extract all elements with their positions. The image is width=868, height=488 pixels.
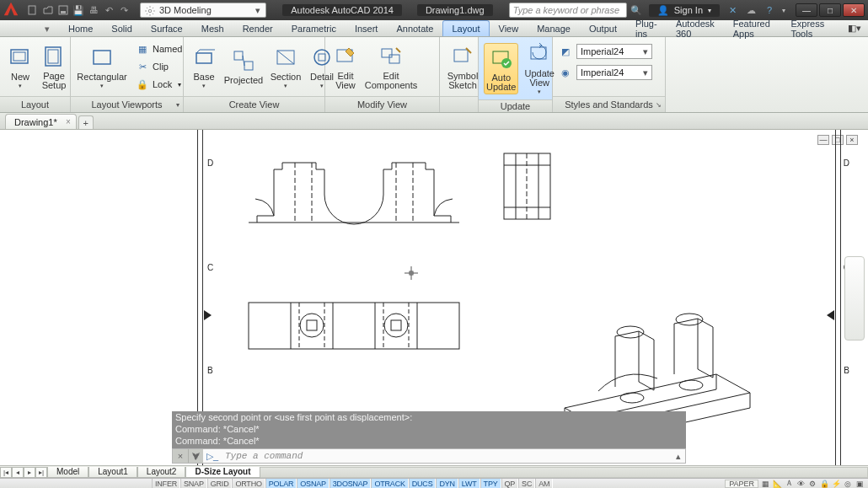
status-toggle-lwt[interactable]: LWT bbox=[458, 479, 480, 488]
status-toggle-grid[interactable]: GRID bbox=[207, 479, 233, 488]
layout-tab[interactable]: Model bbox=[47, 467, 88, 478]
qat-redo-icon[interactable]: ↷ bbox=[118, 4, 130, 16]
scale-list-icon[interactable]: 📐 bbox=[772, 480, 782, 488]
tab-annotate[interactable]: Annotate bbox=[387, 20, 442, 36]
chevron-down-icon[interactable]: ▾ bbox=[782, 7, 785, 14]
app-logo[interactable] bbox=[0, 0, 22, 20]
tab-home[interactable]: Home bbox=[59, 20, 102, 36]
command-history-up-icon[interactable]: ▴ bbox=[672, 451, 685, 462]
layout-nav-last[interactable]: ▸| bbox=[35, 467, 47, 478]
tab-plug-ins[interactable]: Plug-ins bbox=[626, 20, 667, 36]
close-button[interactable]: ✕ bbox=[843, 3, 865, 17]
minimize-button[interactable]: — bbox=[796, 3, 817, 17]
search-icon[interactable]: 🔍 bbox=[630, 4, 642, 16]
command-close-icon[interactable]: × bbox=[173, 449, 188, 463]
tab-parametric[interactable]: Parametric bbox=[282, 20, 346, 36]
qat-new-icon[interactable] bbox=[27, 4, 39, 16]
section-view-button[interactable]: Section ▾ bbox=[268, 42, 303, 92]
status-toggle-dyn[interactable]: DYN bbox=[436, 479, 458, 488]
cloud-icon[interactable]: ☁ bbox=[745, 4, 757, 16]
edit-view-icon bbox=[333, 44, 358, 69]
hardware-accel-icon[interactable]: ⚡ bbox=[831, 480, 841, 488]
tab-output[interactable]: Output bbox=[580, 20, 626, 36]
close-tab-icon[interactable]: × bbox=[66, 117, 71, 126]
status-toggle-snap[interactable]: SNAP bbox=[180, 479, 207, 488]
status-toggle-polar[interactable]: POLAR bbox=[265, 479, 297, 488]
section-style-select[interactable]: ◩ Imperial24▾ bbox=[558, 42, 652, 61]
status-toggle-qp[interactable]: QP bbox=[501, 479, 519, 488]
layout-tab[interactable]: D-Size Layout bbox=[185, 467, 260, 478]
new-layout-button[interactable]: New ▾ bbox=[5, 42, 35, 92]
layout-nav-next[interactable]: ▸ bbox=[24, 467, 35, 478]
maximize-button[interactable]: □ bbox=[819, 3, 841, 17]
layout-nav-prev[interactable]: ◂ bbox=[12, 467, 24, 478]
paper-model-toggle[interactable]: PAPER bbox=[725, 480, 758, 488]
new-document-tab-button[interactable]: + bbox=[78, 115, 94, 129]
layout-nav-first[interactable]: |◂ bbox=[0, 467, 12, 478]
status-toggle-tpy[interactable]: TPY bbox=[480, 479, 501, 488]
command-input[interactable]: Type a command bbox=[222, 451, 672, 461]
update-view-button[interactable]: Update View ▾ bbox=[522, 39, 556, 98]
symbol-sketch-button[interactable]: Symbol Sketch bbox=[445, 41, 480, 93]
tab-featured-apps[interactable]: Featured Apps bbox=[724, 20, 782, 36]
tab-surface[interactable]: Surface bbox=[142, 20, 192, 36]
qat-save-icon[interactable] bbox=[57, 4, 69, 16]
qat-saveas-icon[interactable]: 💾 bbox=[72, 4, 84, 16]
lock-viewport-button[interactable]: 🔒Lock▾ bbox=[131, 76, 186, 93]
detail-style-select[interactable]: ◉ Imperial24▾ bbox=[558, 63, 652, 82]
annotation-visibility-icon[interactable]: 👁 bbox=[796, 480, 806, 488]
qat-plot-icon[interactable]: 🖶 bbox=[88, 4, 99, 16]
status-toggle-ducs[interactable]: DUCS bbox=[409, 479, 437, 488]
grid-display-icon[interactable]: ▦ bbox=[760, 480, 770, 488]
layout-tab[interactable]: Layout2 bbox=[137, 467, 186, 478]
rectangular-viewport-button[interactable]: Rectangular ▾ bbox=[76, 42, 128, 92]
base-view-button[interactable]: Base ▾ bbox=[189, 42, 219, 92]
auto-update-button[interactable]: Auto Update bbox=[484, 43, 518, 94]
drawing-canvas[interactable]: — □ × D D C C B B bbox=[0, 130, 868, 465]
dialog-launcher-icon[interactable]: ↘ bbox=[656, 101, 662, 109]
tab-express-tools[interactable]: Express Tools bbox=[781, 20, 838, 36]
status-toggle-sc[interactable]: SC bbox=[518, 479, 535, 488]
edit-components-button[interactable]: Edit Components bbox=[364, 41, 418, 93]
svg-rect-8 bbox=[94, 51, 110, 64]
tab-manage[interactable]: Manage bbox=[528, 20, 580, 36]
tab-render[interactable]: Render bbox=[233, 20, 282, 36]
clean-screen-icon[interactable]: ▣ bbox=[855, 480, 865, 488]
signin-button[interactable]: 👤 Sign In ▾ bbox=[649, 4, 720, 17]
qat-open-icon[interactable] bbox=[42, 4, 54, 16]
status-toggle-otrack[interactable]: OTRACK bbox=[371, 479, 408, 488]
tab-autodesk-360[interactable]: Autodesk 360 bbox=[667, 20, 724, 36]
help-icon[interactable]: ? bbox=[764, 4, 775, 16]
edit-view-button[interactable]: Edit View bbox=[330, 41, 361, 93]
exchange-icon[interactable]: ✕ bbox=[726, 4, 738, 16]
status-toggle-ortho[interactable]: ORTHO bbox=[232, 479, 265, 488]
infocenter-search[interactable]: Type a keyword or phrase bbox=[509, 3, 627, 18]
ribbon-tab-bar: ▾ HomeSolidSurfaceMeshRenderParametricIn… bbox=[0, 20, 868, 37]
named-viewports-button[interactable]: ▦Named bbox=[131, 40, 186, 57]
page-setup-button[interactable]: Page Setup bbox=[39, 41, 69, 93]
lock-ui-icon[interactable]: 🔒 bbox=[819, 480, 829, 488]
tab-insert[interactable]: Insert bbox=[346, 20, 388, 36]
panel-switcher-icon[interactable]: ◧▾ bbox=[848, 23, 861, 34]
isolate-objects-icon[interactable]: ◎ bbox=[843, 480, 853, 488]
status-toggle-osnap[interactable]: OSNAP bbox=[297, 479, 330, 488]
tab-view[interactable]: View bbox=[490, 20, 528, 36]
projected-view-button[interactable]: Projected bbox=[222, 46, 265, 88]
status-toggle-3dosnap[interactable]: 3DOSNAP bbox=[330, 479, 372, 488]
search-placeholder: Type a keyword or phrase bbox=[513, 5, 619, 15]
qat-undo-icon[interactable]: ↶ bbox=[103, 4, 115, 16]
clip-viewport-button[interactable]: ✂Clip bbox=[131, 58, 186, 75]
workspace-switch-icon[interactable]: ⚙ bbox=[807, 480, 817, 488]
command-expand-icon[interactable]: ⮟ bbox=[188, 449, 203, 463]
tab-layout[interactable]: Layout bbox=[442, 20, 489, 36]
workspace-selector[interactable]: 3D Modeling ▾ bbox=[140, 3, 266, 18]
tab-mesh[interactable]: Mesh bbox=[192, 20, 233, 36]
svg-rect-14 bbox=[319, 54, 325, 61]
document-tab[interactable]: Drawing1* × bbox=[5, 114, 77, 129]
layout-tab[interactable]: Layout1 bbox=[88, 467, 137, 478]
status-toggle-infer[interactable]: INFER bbox=[152, 479, 180, 488]
tab-solid[interactable]: Solid bbox=[102, 20, 141, 36]
status-toggle-am[interactable]: AM bbox=[535, 479, 553, 488]
annotation-scale-icon[interactable]: Ａ bbox=[784, 480, 794, 488]
ribbon-pin[interactable]: ▾ bbox=[35, 20, 59, 36]
